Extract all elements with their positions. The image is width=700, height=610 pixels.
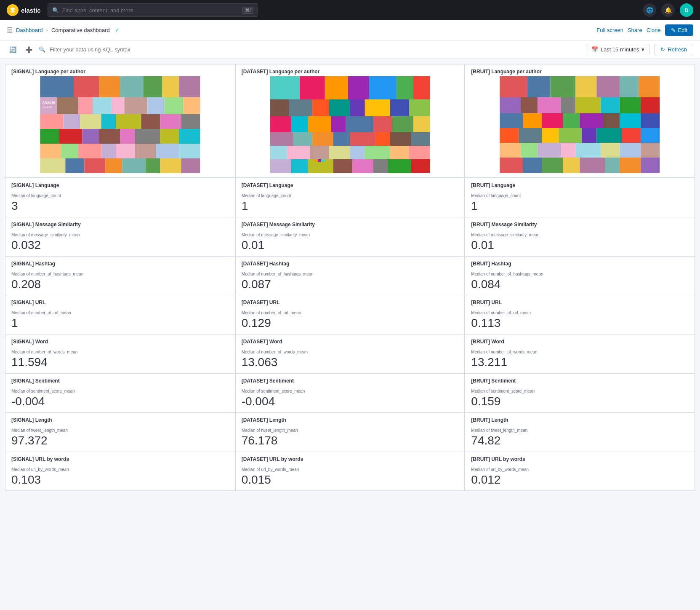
metric-value: 13.063 (242, 356, 459, 369)
svg-rect-22 (116, 114, 141, 129)
metric-panel-title: [DATASET] Word (242, 339, 459, 345)
global-search-bar[interactable]: 🔍 ⌘/ (48, 3, 258, 17)
svg-text:1.12%: 1.12% (42, 105, 52, 109)
svg-rect-89 (390, 146, 409, 159)
svg-rect-2 (40, 76, 74, 97)
svg-rect-88 (365, 146, 390, 159)
breadcrumb-home[interactable]: Dashboard (16, 27, 43, 33)
svg-rect-12 (93, 97, 112, 114)
elastic-logo-text: elastic (21, 7, 41, 14)
metric-panel-7-2: [BRUIT] URL by words Median of url_by_wo… (465, 452, 695, 491)
metric-row-3: [SIGNAL] URL Median of number_of_url_mea… (5, 295, 695, 334)
svg-rect-81 (390, 132, 411, 146)
metric-value: -0.004 (242, 395, 459, 408)
refresh-btn[interactable]: ↻ Refresh (654, 44, 693, 55)
svg-rect-134 (521, 143, 538, 158)
svg-rect-144 (563, 158, 580, 173)
metric-value: 0.012 (471, 474, 689, 487)
svg-rect-11 (78, 97, 93, 114)
metric-panel-title: [BRUIT] Length (471, 417, 689, 423)
svg-rect-99 (314, 159, 317, 162)
user-avatar-btn[interactable]: D (680, 3, 693, 17)
svg-rect-108 (639, 76, 660, 97)
add-filter-btn[interactable]: ➕ (23, 44, 35, 56)
global-search-input[interactable] (62, 7, 239, 13)
metric-value: 0.032 (11, 239, 229, 252)
elastic-logo-circle (7, 4, 19, 16)
help-icon-btn[interactable]: 🌐 (643, 3, 656, 17)
metric-panel-3-0: [SIGNAL] URL Median of number_of_url_mea… (5, 295, 235, 334)
svg-rect-79 (350, 132, 375, 146)
svg-rect-31 (135, 129, 160, 144)
hamburger-menu-btn[interactable]: ☰ (7, 26, 13, 34)
svg-rect-127 (542, 128, 559, 143)
metric-panel-title: [SIGNAL] Length (11, 417, 229, 423)
svg-rect-14 (124, 97, 147, 114)
notifications-icon-btn[interactable]: 🔔 (661, 3, 675, 17)
svg-rect-130 (597, 128, 622, 143)
metric-label: Median of url_by_words_mean (471, 467, 689, 472)
metric-label: Median of number_of_words_mean (242, 350, 459, 354)
metric-value: 0.113 (471, 317, 689, 330)
svg-rect-10 (57, 97, 78, 114)
metric-value: 1 (242, 200, 459, 213)
svg-rect-39 (135, 144, 156, 158)
svg-rect-91 (270, 159, 291, 173)
svg-rect-126 (519, 128, 542, 143)
svg-rect-80 (375, 132, 390, 146)
time-range-btn[interactable]: 📅 Last 15 minutes ▾ (586, 44, 650, 55)
metric-panel-title: [DATASET] Sentiment (242, 378, 459, 384)
metric-label: Median of message_similarity_mean (11, 233, 229, 237)
edit-btn[interactable]: ✎ Edit (665, 24, 693, 36)
metric-panel-0-0: [SIGNAL] Language Median of language_cou… (5, 178, 235, 217)
dataset-language-author-panel: [DATASET] Language per author (235, 64, 465, 177)
metric-panel-title: [SIGNAL] URL by words (11, 456, 229, 462)
kql-filter-input[interactable] (50, 46, 582, 53)
chevron-down-icon: ▾ (641, 46, 644, 53)
svg-rect-141 (500, 158, 523, 173)
svg-rect-60 (289, 99, 312, 116)
svg-rect-21 (101, 114, 116, 129)
svg-rect-20 (80, 114, 101, 129)
metric-panel-title: [BRUIT] URL by words (471, 456, 689, 462)
metric-label: Median of tweet_length_mean (471, 428, 689, 433)
svg-rect-61 (312, 99, 329, 116)
svg-rect-92 (291, 159, 308, 173)
metric-label: Median of message_similarity_mean (471, 233, 689, 237)
svg-rect-140 (641, 143, 660, 158)
search-icon: 🔍 (52, 7, 59, 13)
svg-rect-121 (580, 113, 603, 128)
metric-panel-3-1: [DATASET] URL Median of number_of_url_me… (235, 295, 465, 334)
svg-rect-59 (270, 99, 289, 116)
svg-rect-64 (365, 99, 390, 116)
svg-rect-36 (78, 144, 101, 158)
bruit-language-author-title: [BRUIT] Language per author (471, 69, 689, 75)
svg-rect-33 (179, 129, 200, 144)
svg-rect-133 (500, 143, 521, 158)
fullscreen-btn[interactable]: Full screen (596, 27, 623, 33)
clone-btn[interactable]: Clone (647, 27, 661, 33)
svg-rect-35 (61, 144, 78, 158)
svg-rect-19 (63, 114, 80, 129)
edit-icon: ✎ (671, 27, 676, 33)
svg-rect-147 (620, 158, 641, 173)
svg-rect-48 (160, 158, 181, 173)
svg-rect-103 (527, 76, 551, 97)
search-shortcut: ⌘/ (242, 7, 253, 14)
metric-panel-2-0: [SIGNAL] Hashtag Median of number_of_has… (5, 257, 235, 295)
breadcrumb-bar: ☰ Dashboard › Comparative dashboard ✓ Fu… (0, 20, 700, 40)
filter-options-btn[interactable]: 🔄 (7, 44, 19, 56)
metric-panel-title: [DATASET] Length (242, 417, 459, 423)
svg-rect-90 (409, 146, 430, 159)
svg-rect-119 (542, 113, 563, 128)
metric-panel-1-1: [DATASET] Message Similarity Median of m… (235, 217, 465, 256)
breadcrumb-saved-check: ✓ (115, 27, 120, 33)
bruit-treemap (471, 76, 689, 173)
svg-rect-4 (99, 76, 120, 97)
metric-panel-title: [DATASET] Hashtag (242, 261, 459, 267)
share-btn[interactable]: Share (628, 27, 642, 33)
elastic-logo[interactable]: elastic (7, 4, 41, 16)
dashboard-content: [SIGNAL] Language per author (0, 59, 700, 496)
metric-row-6: [SIGNAL] Length Median of tweet_length_m… (5, 413, 695, 452)
svg-rect-100 (317, 159, 321, 162)
